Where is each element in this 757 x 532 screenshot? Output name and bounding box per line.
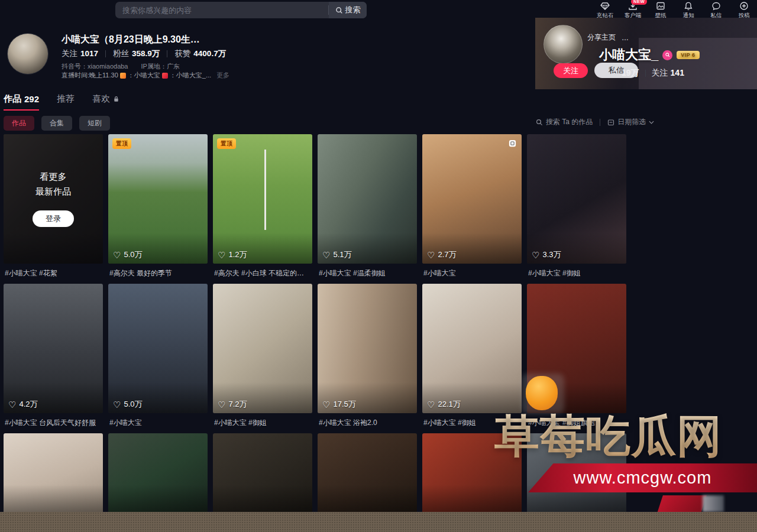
video-thumbnail[interactable]: ♡ 5.0万: [108, 284, 208, 413]
carousel-icon: [508, 139, 517, 148]
wallpaper-button[interactable]: 壁纸: [651, 1, 670, 20]
more-link[interactable]: 更多: [216, 71, 229, 80]
video-caption[interactable]: #小喵大宝 #御姐: [214, 418, 311, 427]
video-caption[interactable]: #小喵大宝 台风后天气好舒服: [5, 418, 102, 427]
stat-divider: [167, 50, 167, 57]
message-icon: [711, 1, 721, 11]
heart-icon: ♡: [532, 251, 539, 259]
heart-icon: ♡: [8, 400, 16, 409]
filter-collections[interactable]: 合集: [41, 116, 72, 131]
video-card[interactable]: ♡ 2.7万 #小喵大宝: [422, 134, 522, 284]
search-bar[interactable]: 搜索: [115, 2, 367, 18]
profile-live-line: 直播时间:晚上11.30 ：小喵大宝 ：小喵大宝_... 更多: [62, 71, 229, 80]
search-works-button[interactable]: 搜索 Ta 的作品: [536, 117, 593, 127]
tab-recommend[interactable]: 推荐: [57, 93, 75, 109]
upload-icon: [739, 1, 749, 11]
heart-icon: ♡: [322, 400, 330, 409]
video-card[interactable]: ♡ 4.2万 #小喵大宝 台风后天气好舒服: [4, 284, 103, 433]
video-caption[interactable]: #小喵大宝 #花絮: [5, 268, 102, 278]
like-count: ♡ 3.3万: [532, 249, 561, 260]
promo-line2: 最新作品: [35, 186, 71, 197]
followers-stat: 粉丝358.9万: [113, 48, 160, 59]
watermark-gray-shard: [703, 495, 724, 512]
video-caption[interactable]: #高尔夫 #小白球 不稳定的在进步: [214, 268, 311, 278]
overlay-username: 小喵大宝_ VIP 6: [599, 46, 700, 64]
video-card[interactable]: ♡: [213, 433, 312, 515]
video-card[interactable]: ♡ 3.3万 #小喵大宝 #御姐: [527, 134, 626, 284]
video-caption[interactable]: #小喵大宝 浴袍2.0: [319, 418, 416, 427]
watermark-red-shard: [657, 495, 707, 513]
like-count: ♡ 2.7万: [427, 249, 457, 260]
strawberry-logo-icon: [526, 376, 558, 410]
likes-stat: 获赞4400.7万: [174, 48, 226, 59]
video-card[interactable]: ♡: [108, 433, 208, 515]
tab-likes[interactable]: 喜欢: [92, 93, 119, 109]
video-thumbnail[interactable]: ♡: [318, 433, 417, 515]
private-message-button[interactable]: 私信: [594, 63, 638, 78]
stat-divider: [645, 70, 646, 77]
search-input[interactable]: [115, 6, 328, 15]
verified-badge-icon: [662, 50, 672, 60]
like-count: ♡ 7.2万: [218, 399, 247, 410]
like-count: ♡ 5.0万: [113, 399, 143, 410]
video-card[interactable]: 置顶 ♡ 1.2万 #高尔夫 #小白球 不稳定的在进步: [213, 134, 312, 284]
video-card[interactable]: ♡ 5.1万 #小喵大宝 #温柔御姐: [318, 134, 417, 284]
video-thumbnail[interactable]: ♡ 3.3万: [527, 134, 626, 264]
video-card[interactable]: ♡ 7.2万 #小喵大宝 #御姐: [213, 284, 312, 433]
video-thumbnail[interactable]: ♡ 2.7万: [422, 134, 522, 264]
search-button[interactable]: 搜索: [329, 2, 367, 18]
video-thumbnail[interactable]: ♡ 22.1万: [422, 284, 522, 413]
search-button-label: 搜索: [345, 5, 361, 15]
pinned-badge: 置顶: [217, 138, 236, 149]
video-thumbnail[interactable]: ♡ 17.5万: [318, 284, 417, 413]
orange-badge-icon: [120, 73, 126, 79]
video-caption[interactable]: #小喵大宝 #温柔御姐: [319, 268, 416, 278]
video-thumbnail[interactable]: ♡ 4.2万: [4, 284, 103, 413]
overlay-share-row[interactable]: 分享主页 …: [587, 33, 629, 43]
video-thumbnail[interactable]: ♡: [108, 433, 208, 515]
upload-button[interactable]: 投稿: [735, 1, 753, 20]
video-card[interactable]: 置顶 ♡ 5.0万 #高尔夫 最好的季节: [108, 134, 208, 284]
filter-works[interactable]: 作品: [4, 116, 34, 131]
video-thumbnail[interactable]: 置顶 ♡ 5.0万: [108, 134, 208, 264]
video-card[interactable]: ♡: [4, 433, 103, 515]
watermark-band: www.cmcgw.com: [528, 463, 757, 492]
video-card[interactable]: ♡ 17.5万 #小喵大宝 浴袍2.0: [318, 284, 417, 433]
video-card[interactable]: ♡: [318, 433, 417, 515]
video-caption[interactable]: #小喵大宝: [423, 268, 520, 278]
follow-button[interactable]: 关注: [554, 63, 588, 78]
video-thumbnail[interactable]: ♡ 7.2万: [213, 284, 312, 413]
video-thumbnail[interactable]: ♡: [213, 433, 312, 515]
like-count: ♡ 5.0万: [113, 249, 143, 260]
share-homepage-label[interactable]: 分享主页: [587, 33, 616, 43]
notifications-button[interactable]: 通知: [679, 1, 698, 20]
more-dots-icon[interactable]: …: [622, 34, 629, 42]
tab-works[interactable]: 作品292: [4, 93, 39, 111]
heart-icon: ♡: [427, 400, 435, 409]
date-filter-button[interactable]: 日期筛选: [607, 117, 654, 127]
messages-button[interactable]: 私信: [707, 1, 726, 20]
login-button[interactable]: 登录: [33, 210, 74, 227]
pinned-badge: 置顶: [112, 138, 131, 149]
like-count: ♡ 5.1万: [322, 249, 352, 260]
heart-icon: ♡: [218, 400, 225, 409]
video-thumbnail[interactable]: ♡ 5.1万: [318, 134, 417, 264]
video-caption[interactable]: #小喵大宝 #御姐: [528, 268, 625, 278]
client-button[interactable]: NEW 客户端: [623, 1, 642, 20]
filter-short-drama[interactable]: 短剧: [79, 116, 110, 131]
profile-avatar[interactable]: [7, 33, 48, 74]
video-card[interactable]: ♡ 5.0万 #小喵大宝: [108, 284, 208, 433]
video-caption[interactable]: #高尔夫 最好的季节: [109, 268, 206, 278]
new-badge: NEW: [631, 0, 647, 5]
video-thumbnail[interactable]: 置顶 ♡ 1.2万: [213, 134, 312, 264]
video-thumbnail[interactable]: ♡: [4, 433, 103, 515]
vip-badge: VIP 6: [677, 51, 699, 59]
overlay-following-stat: 关注141: [652, 68, 684, 79]
chevron-down-icon: [649, 121, 654, 124]
like-count: ♡ 22.1万: [427, 399, 461, 410]
douyin-id-label: 抖音号：: [62, 63, 88, 70]
grid-tools: 搜索 Ta 的作品 日期筛选: [536, 117, 654, 127]
recharge-button[interactable]: 充钻石: [596, 1, 614, 20]
stat-divider: [105, 50, 106, 57]
video-caption[interactable]: #小喵大宝: [109, 418, 206, 427]
